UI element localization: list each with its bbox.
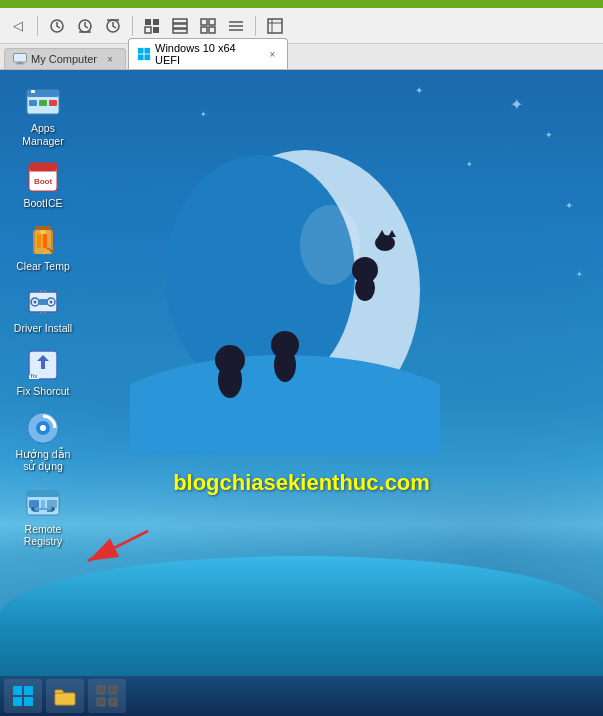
- svg-point-39: [355, 275, 375, 301]
- svg-rect-9: [173, 19, 187, 23]
- view-button-1[interactable]: [140, 14, 164, 38]
- watermark-text: blogchiasekienthuc.com: [173, 470, 430, 496]
- svg-point-35: [218, 362, 242, 398]
- svg-rect-59: [43, 234, 47, 248]
- taskbar: [0, 676, 603, 716]
- svg-rect-5: [145, 19, 151, 25]
- svg-rect-91: [13, 697, 22, 706]
- tab-my-computer-close[interactable]: ×: [103, 52, 117, 66]
- svg-rect-47: [29, 100, 37, 106]
- svg-rect-81: [29, 500, 39, 508]
- svg-rect-24: [17, 62, 22, 64]
- star-4: ✦: [200, 110, 207, 119]
- desktop-icon-clear-temp[interactable]: Clear Temp: [8, 218, 78, 277]
- view-button-5[interactable]: [263, 14, 287, 38]
- svg-point-78: [40, 425, 46, 431]
- icon-clear-temp-label: Clear Temp: [16, 260, 70, 273]
- svg-rect-52: [29, 163, 57, 171]
- top-green-bar: [0, 0, 603, 8]
- svg-rect-23: [14, 54, 26, 62]
- star-1: ✦: [510, 95, 523, 114]
- desktop-icon-driver-install[interactable]: Driver Install: [8, 280, 78, 339]
- arrow-indicator: [68, 521, 158, 571]
- settings-button[interactable]: [88, 679, 126, 713]
- desktop-icon-huong-dan[interactable]: Hướng dẫnsử dụng: [8, 406, 78, 477]
- star-2: ✦: [415, 85, 423, 96]
- svg-rect-14: [201, 27, 207, 33]
- sep3: [255, 16, 256, 36]
- svg-rect-8: [153, 27, 159, 33]
- svg-point-67: [50, 301, 53, 304]
- svg-text:fix: fix: [30, 373, 38, 379]
- desktop-icon-bootice[interactable]: Boot BootICE: [8, 155, 78, 214]
- svg-rect-25: [16, 63, 25, 64]
- svg-point-60: [40, 230, 46, 234]
- tab-windows10[interactable]: Windows 10 x64 UEFI ×: [128, 38, 288, 69]
- svg-rect-90: [24, 686, 33, 695]
- moon-illustration: [130, 125, 440, 455]
- svg-rect-82: [41, 500, 45, 508]
- sep1: [37, 16, 38, 36]
- tab-my-computer-label: My Computer: [31, 53, 97, 65]
- svg-point-65: [34, 301, 37, 304]
- icon-apps-manager-label: AppsManager: [22, 122, 63, 147]
- svg-rect-95: [109, 686, 117, 694]
- view-button-3[interactable]: [196, 14, 220, 38]
- svg-rect-50: [31, 90, 35, 93]
- ground-hill: [0, 556, 603, 676]
- svg-rect-26: [138, 48, 144, 54]
- view-button-4[interactable]: [224, 14, 248, 38]
- svg-point-86: [31, 507, 35, 511]
- svg-point-40: [375, 235, 395, 251]
- svg-rect-58: [37, 234, 41, 248]
- svg-rect-7: [145, 27, 151, 33]
- svg-rect-96: [97, 698, 105, 706]
- svg-line-44: [88, 531, 148, 561]
- desktop-icon-fix-shortcut[interactable]: fix Fix Shorcut: [8, 343, 78, 402]
- svg-rect-83: [47, 500, 57, 508]
- history-button-3[interactable]: [101, 14, 125, 38]
- star-6: ✦: [565, 200, 573, 211]
- svg-rect-89: [13, 686, 22, 695]
- svg-rect-13: [209, 19, 215, 25]
- svg-rect-27: [144, 48, 150, 54]
- svg-rect-94: [97, 686, 105, 694]
- svg-rect-10: [173, 24, 187, 28]
- svg-rect-15: [209, 27, 215, 33]
- history-button-1[interactable]: [45, 14, 69, 38]
- view-button-2[interactable]: [168, 14, 192, 38]
- desktop-icons-container: AppsManager Boot BootICE: [8, 80, 78, 552]
- icon-fix-shortcut-label: Fix Shorcut: [16, 385, 69, 398]
- tab-windows10-label: Windows 10 x64 UEFI: [155, 42, 260, 66]
- icon-huong-dan-label: Hướng dẫnsử dụng: [16, 448, 71, 473]
- svg-rect-80: [27, 491, 59, 497]
- icon-driver-install-label: Driver Install: [14, 322, 72, 335]
- file-explorer-button[interactable]: [46, 679, 84, 713]
- svg-rect-93: [55, 693, 75, 705]
- svg-point-87: [51, 507, 55, 511]
- svg-rect-68: [39, 299, 47, 305]
- svg-point-32: [300, 205, 360, 285]
- start-button[interactable]: [4, 679, 42, 713]
- back-button[interactable]: ◁: [6, 14, 30, 38]
- star-5: ✦: [466, 160, 473, 169]
- tab-windows10-close[interactable]: ×: [266, 47, 279, 61]
- svg-rect-28: [138, 54, 144, 60]
- icon-remote-registry-label: RemoteRegistry: [24, 523, 63, 548]
- svg-text:Boot: Boot: [34, 177, 53, 186]
- svg-rect-29: [144, 54, 150, 60]
- toolbar: ◁: [0, 8, 603, 44]
- svg-rect-48: [39, 100, 47, 106]
- history-button-2[interactable]: [73, 14, 97, 38]
- star-7: ✦: [576, 270, 583, 279]
- tab-my-computer[interactable]: My Computer ×: [4, 48, 126, 69]
- svg-rect-6: [153, 19, 159, 25]
- desktop-icon-apps-manager[interactable]: AppsManager: [8, 80, 78, 151]
- sep2: [132, 16, 133, 36]
- icon-bootice-label: BootICE: [23, 197, 62, 210]
- star-3: ✦: [545, 130, 553, 140]
- svg-rect-49: [49, 100, 57, 106]
- svg-rect-97: [109, 698, 117, 706]
- svg-rect-19: [268, 19, 282, 33]
- svg-rect-92: [24, 697, 33, 706]
